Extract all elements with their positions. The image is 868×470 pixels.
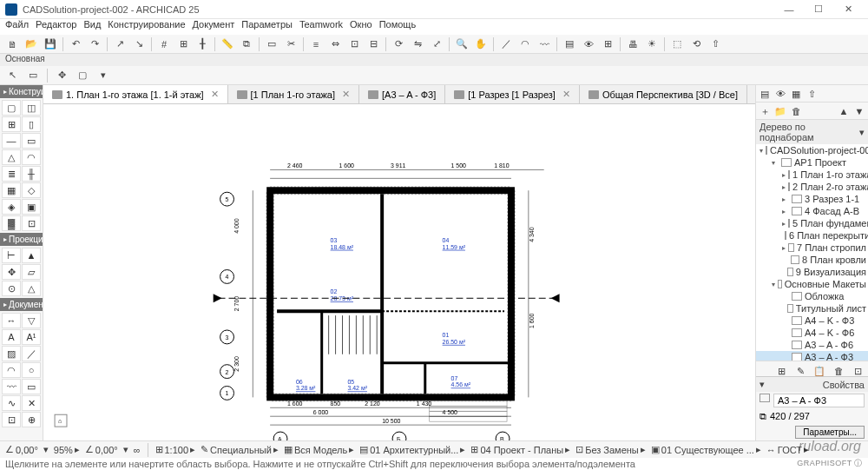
arrow-icon[interactable]: ↖: [3, 68, 21, 83]
stair-tool-icon[interactable]: ≣: [2, 166, 21, 182]
nav-down-icon[interactable]: ▼: [852, 104, 866, 118]
opening-tool-icon[interactable]: ⊡: [22, 215, 41, 231]
tree-item[interactable]: Титульный лист: [756, 302, 868, 314]
shell-tool-icon[interactable]: ◠: [22, 149, 41, 165]
line2-tool-icon[interactable]: ／: [22, 346, 41, 361]
tree-item[interactable]: ▸2 План 2-го этажа: [756, 181, 868, 193]
arc2-tool-icon[interactable]: ◠: [2, 362, 21, 378]
elevation-tool-icon[interactable]: ▲: [22, 248, 41, 263]
model-icon[interactable]: ▦: [284, 444, 293, 455]
grid-icon[interactable]: #: [155, 36, 173, 52]
tree-root[interactable]: ▾CADSolution-project-002: [756, 144, 868, 156]
params-button[interactable]: Параметры...: [795, 426, 865, 439]
tree-item-selected[interactable]: A3 – A - Ф3: [756, 351, 868, 361]
tab-section[interactable]: [1 Разрез [1 Разрез]✕: [445, 85, 580, 103]
tree-group-ap1[interactable]: ▾АР1 Проект: [756, 156, 868, 169]
nav-layout-icon[interactable]: ▦: [789, 87, 803, 101]
snap-icon[interactable]: ⊞: [174, 36, 192, 52]
object-tool-icon[interactable]: ◈: [2, 199, 21, 215]
figure-tool-icon[interactable]: ⊡: [2, 412, 21, 427]
wall-tool-icon[interactable]: ▢: [2, 100, 21, 116]
roof-tool-icon[interactable]: △: [2, 149, 21, 165]
tree-item[interactable]: 6 План перекрытия: [756, 229, 868, 242]
tab-close-icon[interactable]: ✕: [562, 89, 570, 100]
tree-item[interactable]: ▸5 План фундаментов: [756, 217, 868, 229]
nav-view-icon[interactable]: 👁: [773, 87, 787, 101]
tab-close-icon[interactable]: ✕: [342, 89, 350, 100]
menu-edit[interactable]: Редактор: [36, 19, 76, 35]
menu-window[interactable]: Окно: [350, 19, 372, 35]
spline-icon[interactable]: 〰: [536, 36, 553, 52]
pen-icon[interactable]: ✎: [201, 444, 208, 455]
toolbox-head-design[interactable]: Конструир: [0, 85, 43, 98]
tab-close-icon[interactable]: ✕: [211, 89, 219, 100]
nav-del-icon[interactable]: 🗑: [789, 104, 803, 118]
tab-layout[interactable]: [A3 – A - Ф3]: [359, 85, 445, 103]
maximize-button[interactable]: ☐: [804, 1, 833, 18]
undo-icon[interactable]: ↶: [67, 36, 84, 52]
menu-help[interactable]: Помощь: [379, 19, 417, 35]
tree-item[interactable]: A4 – K - Ф3: [756, 314, 868, 327]
level-tool-icon[interactable]: ▽: [22, 313, 41, 328]
ungroup-icon[interactable]: ⊟: [365, 36, 382, 52]
beam-tool-icon[interactable]: —: [2, 133, 21, 149]
menu-document[interactable]: Документ: [193, 19, 235, 35]
distribute-icon[interactable]: ⇔: [326, 36, 344, 52]
new-icon[interactable]: 🗎: [3, 36, 21, 52]
marquee-icon[interactable]: ▭: [24, 68, 42, 83]
morph-tool-icon[interactable]: ◇: [22, 182, 41, 198]
option-icon[interactable]: ▾: [95, 68, 112, 83]
worksheet-tool-icon[interactable]: ▱: [22, 264, 41, 280]
arc-icon[interactable]: ◠: [516, 36, 534, 52]
nav-pub-icon[interactable]: ⇧: [805, 87, 819, 101]
view-icon[interactable]: 👁: [580, 36, 597, 52]
tree-item[interactable]: ▸4 Фасад А-В: [756, 205, 868, 217]
close-button[interactable]: ✕: [833, 1, 863, 18]
scale-icon[interactable]: ⊞: [155, 444, 163, 455]
spline2-tool-icon[interactable]: ∿: [2, 395, 21, 411]
nav-folder-icon[interactable]: 📁: [773, 104, 787, 118]
cut-icon[interactable]: ✂: [282, 36, 299, 52]
tree-item[interactable]: 9 Визуализация: [756, 266, 868, 278]
nav-new-icon[interactable]: ＋: [758, 104, 772, 118]
rotate-icon[interactable]: ⟳: [390, 36, 407, 52]
group-icon[interactable]: ⊡: [345, 36, 363, 52]
align-icon[interactable]: ≡: [307, 36, 325, 52]
door-tool-icon[interactable]: ◫: [22, 100, 41, 116]
bim-icon[interactable]: ⬚: [668, 36, 686, 52]
hotspot-tool-icon[interactable]: ✕: [22, 395, 41, 411]
tab-plan1[interactable]: 1. План 1-го этажа [1. 1-й этаж]✕: [43, 85, 228, 103]
drawing-tool-icon[interactable]: ▭: [22, 379, 41, 394]
redo-icon[interactable]: ↷: [86, 36, 103, 52]
polyline-tool-icon[interactable]: 〰: [2, 379, 21, 394]
column-tool-icon[interactable]: ▯: [22, 116, 41, 132]
toolbox-head-project[interactable]: Проекция: [0, 233, 43, 246]
render-icon[interactable]: ☀: [643, 36, 661, 52]
toolbox-head-doc[interactable]: Документир: [0, 298, 43, 311]
inject-icon[interactable]: ↘: [130, 36, 148, 52]
tree-item[interactable]: ▸1 План 1-го этажа: [756, 169, 868, 181]
dim-std-icon[interactable]: ↔: [766, 445, 776, 455]
canvas[interactable]: 03 18.48 м² 04 11.59 м² 02 28.73 м² 01 2…: [43, 104, 755, 440]
layer-icon[interactable]: ▤: [561, 36, 578, 52]
label-tool-icon[interactable]: A¹: [22, 329, 41, 345]
geom-icon[interactable]: ▢: [74, 68, 91, 83]
nav-up-icon[interactable]: ▲: [837, 104, 851, 118]
menu-options[interactable]: Параметры: [241, 19, 293, 35]
detail-tool-icon[interactable]: ⊙: [2, 281, 21, 296]
override-icon[interactable]: ⊡: [575, 444, 583, 455]
scale-icon[interactable]: ⤢: [428, 36, 445, 52]
zoom-icon[interactable]: 🔍: [453, 36, 470, 52]
menu-view[interactable]: Вид: [83, 19, 101, 35]
anchor-icon[interactable]: ✥: [53, 68, 70, 83]
sync-icon[interactable]: ⟲: [687, 36, 705, 52]
tree-item[interactable]: 8 План кровли: [756, 254, 868, 266]
tree-item[interactable]: A4 – K - Ф6: [756, 327, 868, 339]
layout-combo-icon[interactable]: ⊞: [470, 444, 478, 455]
ruler-icon[interactable]: ⧉: [238, 36, 255, 52]
chevron-down-icon[interactable]: ▾: [760, 379, 765, 390]
navigator-tree[interactable]: ▾CADSolution-project-002 ▾АР1 Проект ▸1 …: [756, 144, 868, 361]
pick-icon[interactable]: ↗: [111, 36, 128, 52]
guide-icon[interactable]: ╂: [194, 36, 211, 52]
open-icon[interactable]: 📂: [23, 36, 40, 52]
